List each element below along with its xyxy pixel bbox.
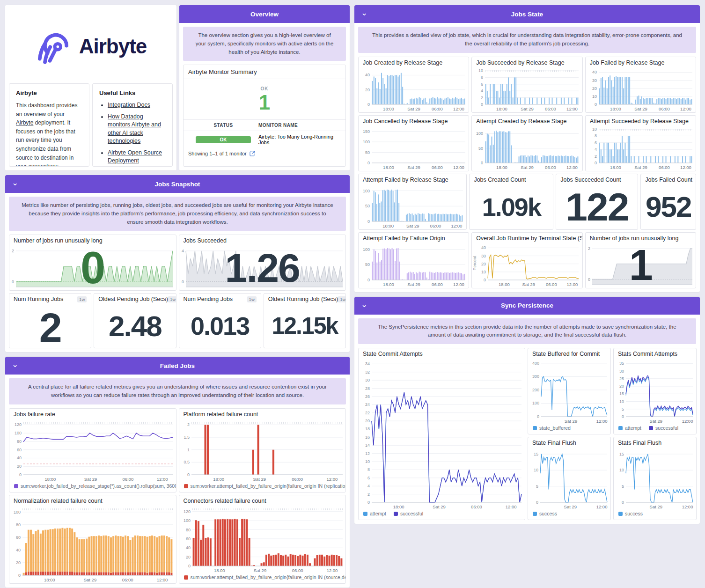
widget-title: Connectors related failure count	[179, 495, 346, 506]
chevron-down-icon[interactable]: ⌄	[361, 8, 367, 18]
chart-legend[interactable]: attemptsuccessful	[614, 425, 696, 434]
svg-text:4: 4	[595, 147, 597, 152]
chart-legend[interactable]: sum:worker.attempt_failed_by_failure_ori…	[179, 483, 346, 492]
chart-overall-job-runtime[interactable]: 010203040Percent18:00Sat 2906:0012:00	[472, 243, 582, 288]
widget-oldest-running-job: Oldest Running Job (Secs)1w 12.15k	[264, 293, 346, 348]
chart-platform-failure-count[interactable]: 00.511.5218:00Sat 2906:0012:00	[179, 419, 346, 483]
widget-attempt-failed-failure-origin: Attempt Failed by Failure Origin 0501001…	[358, 232, 469, 288]
open-source-deployment-link[interactable]: Airbyte Open Source Deployment	[108, 149, 162, 164]
svg-text:100: 100	[14, 510, 21, 514]
airbyte-link[interactable]: Airbyte	[16, 119, 33, 126]
chart-normalization-failure-count[interactable]: 02040608010018:00Sat 2906:0012:00	[9, 506, 176, 583]
svg-text:18:00: 18:00	[382, 223, 394, 228]
svg-text:100: 100	[363, 188, 370, 193]
widget-title: Jobs Succeeded Count	[556, 174, 638, 184]
widget-jobs-failure-rate: Jobs failure rate 02040608010012018:00Sa…	[9, 408, 176, 492]
svg-text:18:00: 18:00	[610, 165, 621, 170]
chevron-down-icon[interactable]: ⌄	[12, 360, 18, 369]
widget-normalization-failure-count: Normalization related failure count 0204…	[9, 495, 176, 584]
timeframe-badge: 1w	[77, 296, 87, 302]
svg-text:30: 30	[619, 369, 624, 374]
chart-attempt-succeeded[interactable]: 024681018:00Sat 2906:0012:00	[586, 126, 696, 171]
svg-text:06:00: 06:00	[430, 223, 441, 228]
num-running-jobs-value: 2	[9, 304, 91, 348]
section-failed-jobs: ⌄ Failed Jobs A central place for all fa…	[5, 356, 350, 588]
svg-text:50: 50	[365, 262, 370, 267]
widget-stats-final-flush: Stats Final Flush 051015Sat 2912:00 succ…	[613, 437, 697, 520]
svg-text:50: 50	[365, 204, 370, 208]
jobs-snapshot-header: ⌄ Jobs Snapshot	[5, 175, 350, 193]
chevron-down-icon[interactable]: ⌄	[12, 178, 18, 188]
chart-unusually-long-jobs-state[interactable]: 021	[586, 243, 696, 288]
svg-text:0: 0	[188, 564, 190, 568]
chart-attempt-created[interactable]: 05010018:00Sat 2906:0012:00	[472, 126, 582, 171]
svg-text:10: 10	[365, 459, 370, 464]
chart-legend[interactable]: attemptsuccessful	[359, 510, 525, 520]
widget-title: State Buffered for Commit	[528, 348, 610, 359]
svg-text:12:00: 12:00	[680, 106, 691, 111]
svg-text:5: 5	[622, 484, 624, 489]
svg-text:06:00: 06:00	[432, 106, 443, 111]
chart-job-succeeded[interactable]: 024681018:00Sat 2906:0012:00	[472, 67, 582, 112]
table-row[interactable]: OK Airbyte: Too Many Long-Running Jobs	[184, 131, 345, 148]
svg-text:8: 8	[595, 133, 597, 138]
svg-text:2: 2	[367, 492, 370, 497]
chevron-down-icon[interactable]: ⌄	[361, 300, 367, 309]
chart-legend[interactable]: sum:worker.job_failed_by_release_stage{*…	[9, 483, 176, 492]
svg-text:1: 1	[187, 448, 189, 452]
chart-jobs-succeeded[interactable]: 041.26	[179, 245, 346, 290]
overview-title: Overview	[250, 11, 279, 18]
chart-job-failed[interactable]: 01020304018:00Sat 2906:0012:00	[586, 67, 696, 112]
svg-text:18:00: 18:00	[499, 282, 510, 287]
integration-docs-link[interactable]: Integration Docs	[108, 102, 150, 108]
external-link-icon[interactable]	[250, 151, 255, 156]
chart-jobs-failure-rate[interactable]: 02040608010012018:00Sat 2906:0012:00	[9, 419, 176, 483]
svg-text:0: 0	[367, 161, 370, 165]
airbyte-wordmark: Airbyte	[79, 35, 147, 58]
svg-text:100: 100	[363, 247, 370, 251]
chart-state-final-flush[interactable]: 051015Sat 2912:00	[528, 448, 610, 510]
chart-stats-commit-attempts[interactable]: 05101520253035Sat 2912:00	[614, 359, 696, 425]
widget-title: Attempt Created by Release Stage	[472, 116, 582, 126]
airbyte-logo: Airbyte	[9, 9, 173, 83]
svg-text:20: 20	[619, 384, 624, 389]
chart-attempt-failed-release-stage[interactable]: 05010018:00Sat 2906:0012:00	[359, 184, 466, 229]
list-item: Airbyte Open Source Deployment	[108, 149, 166, 165]
chart-legend[interactable]: state_buffered	[528, 425, 610, 434]
svg-text:2: 2	[588, 246, 590, 251]
svg-text:12:00: 12:00	[566, 165, 578, 170]
airbyte-octopus-icon	[35, 27, 74, 66]
chart-legend[interactable]: success	[614, 510, 696, 520]
svg-text:0: 0	[622, 414, 624, 419]
chart-connectors-failure-count[interactable]: 02040608010012018:00Sat 2906:0012:00	[179, 506, 346, 574]
dashboard-page: Airbyte Airbyte This dashboard provides …	[0, 0, 705, 588]
chart-job-cancelled[interactable]: 05010015018:00Sat 2906:0012:00	[359, 126, 469, 171]
chart-stats-final-flush[interactable]: 051015Sat 2912:00	[614, 448, 696, 510]
svg-text:12:00: 12:00	[596, 504, 608, 509]
jobs-snapshot-note: Metrics like number of persisting jobs, …	[9, 197, 346, 231]
widget-num-running-jobs: Num Running Jobs1w 2	[9, 293, 91, 348]
sync-persistence-header: ⌄ Sync Persistence	[354, 297, 700, 315]
svg-text:18:00: 18:00	[393, 504, 404, 509]
svg-text:80: 80	[185, 528, 190, 532]
svg-text:Sat 29: Sat 29	[634, 106, 647, 111]
chart-unusually-long-jobs[interactable]: 020	[9, 245, 176, 290]
svg-text:0: 0	[367, 219, 370, 224]
chart-state-buffered[interactable]: 0100200300400Sat 2912:00	[528, 359, 610, 425]
svg-text:0: 0	[18, 573, 21, 578]
chart-legend[interactable]: success	[528, 510, 610, 520]
chart-legend[interactable]: sum:worker.attempt_failed_by_failure_ori…	[179, 574, 346, 583]
widget-attempt-created: Attempt Created by Release Stage 0501001…	[471, 115, 582, 171]
chart-job-created[interactable]: 0204018:00Sat 2906:0012:00	[359, 67, 469, 112]
svg-text:18:00: 18:00	[383, 282, 394, 287]
svg-text:12:00: 12:00	[566, 106, 578, 111]
section-overview: Overview The overview section gives you …	[179, 5, 350, 171]
svg-text:100: 100	[15, 431, 22, 435]
widget-jobs-failed-count: Jobs Failed Count 952	[640, 174, 696, 230]
widget-title: Stats Commit Attempts	[614, 348, 696, 359]
datadog-monitors-link[interactable]: How Datadog monitors Airbyte and other A…	[108, 113, 161, 145]
chart-attempt-failed-failure-origin[interactable]: 05010018:00Sat 2906:0012:00	[359, 243, 469, 288]
jobs-succeeded-count-value: 122	[556, 184, 638, 230]
svg-text:12:00: 12:00	[326, 477, 338, 482]
chart-state-commit-attempts[interactable]: 024681012141618202224262830323418:00Sat …	[359, 359, 525, 510]
